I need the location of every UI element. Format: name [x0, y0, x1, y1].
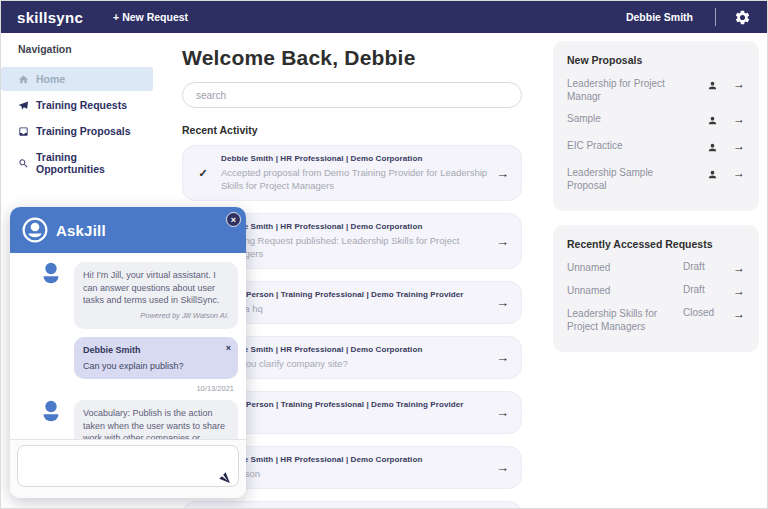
search-icon — [18, 158, 29, 169]
arrow-right-icon[interactable]: → — [729, 307, 745, 321]
close-icon[interactable]: × — [226, 212, 241, 227]
sidebar-title: Navigation — [1, 43, 161, 65]
askjill-avatar-icon — [22, 217, 48, 243]
skillsync-logo[interactable]: skillsync — [17, 9, 83, 26]
askjill-chat-widget: AskJill × Hi! I'm Jill, your virtual ass… — [10, 207, 246, 498]
request-row[interactable]: Unnamed Draft → — [567, 284, 745, 298]
settings-gear-icon[interactable] — [734, 9, 751, 26]
inbox-icon — [18, 126, 29, 137]
person-icon — [695, 166, 729, 184]
recent-activity-title: Recent Activity — [182, 124, 522, 136]
powered-by-label: Powered by Jill Watson AI. — [83, 310, 229, 323]
chat-title: AskJill — [56, 222, 106, 239]
jill-bot-icon — [40, 400, 66, 426]
arrow-right-icon[interactable]: → — [496, 166, 509, 181]
proposal-row[interactable]: Leadership for Project Managr → — [567, 77, 745, 103]
status-badge: Draft — [683, 261, 729, 272]
search-input[interactable] — [182, 82, 522, 108]
activity-card[interactable]: ✓ Debbie Smith | HR Professional | Demo … — [182, 145, 522, 201]
arrow-right-icon[interactable]: → — [496, 350, 509, 365]
activity-text: Demo Person | Training Professional | De… — [221, 290, 490, 315]
page-title: Welcome Back, Debbie — [182, 46, 522, 70]
arrow-right-icon[interactable]: → — [729, 139, 745, 153]
activity-header: Demo Person | Training Professional | De… — [221, 290, 490, 300]
bot-message-text: Hi! I'm Jill, your virtual assistant. I … — [83, 270, 220, 305]
arrow-right-icon[interactable]: → — [496, 295, 509, 310]
proposal-row[interactable]: Sample → — [567, 112, 745, 130]
arrow-right-icon[interactable]: → — [496, 460, 509, 475]
activity-text: Debbie Smith | HR Professional | Demo Co… — [221, 345, 490, 370]
arrow-right-icon[interactable]: → — [729, 112, 745, 126]
activity-body — [221, 412, 490, 425]
activity-body: Training Request published: Leadership S… — [221, 234, 490, 260]
panel-title: New Proposals — [567, 54, 745, 66]
activity-text: Debbie Smith | HR Professional | Demo Co… — [221, 455, 490, 480]
activity-body: in person — [221, 467, 490, 480]
check-icon: ✓ — [191, 167, 215, 180]
proposal-row[interactable]: Leadership Sample Proposal → — [567, 166, 745, 192]
jill-bot-icon — [40, 262, 66, 288]
user-avatar-spacer — [40, 337, 66, 363]
bot-message-row: Hi! I'm Jill, your virtual assistant. I … — [18, 262, 238, 329]
paper-plane-icon — [18, 100, 29, 111]
proposal-row[interactable]: EIC Practice → — [567, 139, 745, 157]
user-message-row: Debbie Smith Can you explain publish? × — [18, 337, 238, 379]
proposal-label: Leadership for Project Managr — [567, 77, 695, 103]
activity-text: Debbie Smith | HR Professional | Demo Co… — [221, 154, 490, 192]
chat-input[interactable] — [17, 445, 239, 487]
status-badge: Closed — [683, 307, 729, 318]
activity-card[interactable]: Debbie Smith | HR Professional | Demo Co… — [182, 501, 522, 509]
user-message-name: Debbie Smith — [83, 344, 229, 357]
activity-body: Can you clarify company site? — [221, 357, 490, 370]
person-icon — [695, 77, 729, 95]
message-close-icon[interactable]: × — [226, 342, 231, 355]
sidebar-item-label: Home — [36, 73, 65, 85]
home-icon — [18, 74, 29, 85]
top-navbar: skillsync + New Request Debbie Smith — [1, 1, 767, 33]
sidebar-item-label: Training Proposals — [36, 125, 131, 137]
right-column: New Proposals Leadership for Project Man… — [553, 41, 759, 366]
request-row[interactable]: Leadership Skills for Project Managers C… — [567, 307, 745, 333]
bot-bubble: Hi! I'm Jill, your virtual assistant. I … — [74, 262, 238, 329]
new-request-button[interactable]: + New Request — [113, 11, 188, 23]
bot-message-row: Vocabulary: Publish is the action taken … — [18, 400, 238, 439]
arrow-right-icon[interactable]: → — [729, 284, 745, 298]
person-icon — [695, 112, 729, 130]
new-proposals-panel: New Proposals Leadership for Project Man… — [553, 41, 759, 211]
panel-title: Recently Accessed Requests — [567, 238, 745, 250]
arrow-right-icon[interactable]: → — [496, 234, 509, 249]
bot-bubble: Vocabulary: Publish is the action taken … — [74, 400, 238, 439]
activity-header: Debbie Smith | HR Professional | Demo Co… — [221, 154, 490, 164]
sidebar-item-label: Training Opportunities — [36, 151, 145, 175]
chat-messages: Hi! I'm Jill, your virtual assistant. I … — [10, 253, 246, 439]
activity-body: Accepted proposal from Demo Training Pro… — [221, 166, 490, 192]
activity-text: Debbie Smith | HR Professional | Demo Co… — [221, 222, 490, 260]
arrow-right-icon[interactable]: → — [729, 261, 745, 275]
sidebar-item-training-opportunities[interactable]: Training Opportunities — [1, 145, 153, 181]
proposal-label: EIC Practice — [567, 139, 695, 152]
chat-header: AskJill × — [10, 207, 246, 253]
user-menu[interactable]: Debbie Smith — [626, 11, 693, 23]
sidebar-item-label: Training Requests — [36, 99, 127, 111]
arrow-right-icon[interactable]: → — [729, 166, 745, 180]
user-message-text: Can you explain publish? — [83, 361, 184, 371]
arrow-right-icon[interactable]: → — [729, 77, 745, 91]
bot-message-text: Vocabulary: Publish is the action taken … — [83, 408, 225, 439]
request-label: Unnamed — [567, 261, 683, 274]
sidebar-item-training-proposals[interactable]: Training Proposals — [1, 119, 153, 143]
arrow-right-icon[interactable]: → — [496, 405, 509, 420]
person-icon — [695, 139, 729, 157]
request-row[interactable]: Unnamed Draft → — [567, 261, 745, 275]
activity-header: Debbie Smith | HR Professional | Demo Co… — [221, 345, 490, 355]
activity-header: Demo Person | Training Professional | De… — [221, 400, 490, 410]
sidebar-item-home[interactable]: Home — [1, 67, 153, 91]
proposal-label: Sample — [567, 112, 695, 125]
request-label: Leadership Skills for Project Managers — [567, 307, 683, 333]
activity-header: Debbie Smith | HR Professional | Demo Co… — [221, 455, 490, 465]
activity-text: Demo Person | Training Professional | De… — [221, 400, 490, 425]
proposal-label: Leadership Sample Proposal — [567, 166, 695, 192]
chat-footer — [10, 439, 246, 498]
sidebar-item-training-requests[interactable]: Training Requests — [1, 93, 153, 117]
navbar-divider — [715, 8, 716, 26]
skillsync-app: skillsync + New Request Debbie Smith Nav… — [0, 0, 768, 509]
